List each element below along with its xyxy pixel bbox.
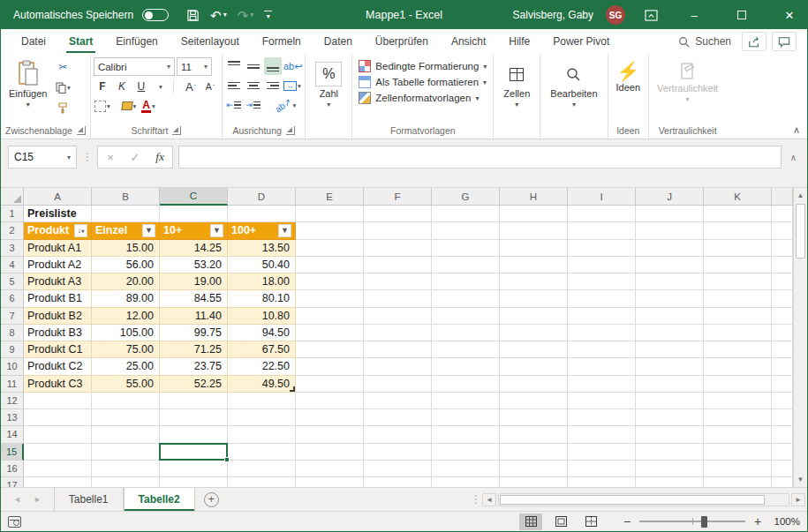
redo-button[interactable]: ↷▾ bbox=[238, 9, 254, 22]
underline-dropdown[interactable]: ▾ bbox=[152, 78, 170, 95]
cell-C3[interactable]: 14.25 bbox=[160, 240, 228, 257]
cell-E9[interactable] bbox=[296, 341, 364, 358]
cell-B7[interactable]: 12.00 bbox=[92, 308, 160, 325]
cell-D6[interactable]: 80.10 bbox=[228, 290, 296, 307]
share-button[interactable] bbox=[742, 32, 766, 51]
vertical-scroll-thumb[interactable] bbox=[796, 204, 805, 259]
ribbon-tab-power-pivot[interactable]: Power Pivot bbox=[541, 29, 621, 54]
cell-G13[interactable] bbox=[432, 409, 500, 426]
cell-D8[interactable]: 94.50 bbox=[228, 325, 296, 341]
cell-A2[interactable]: Produkt↓▾ bbox=[24, 222, 92, 239]
ribbon-display-options-button[interactable] bbox=[638, 10, 664, 21]
cut-button[interactable]: ✂ bbox=[54, 58, 72, 76]
cell-K13[interactable] bbox=[704, 409, 772, 426]
column-header-K[interactable]: K bbox=[704, 188, 772, 206]
cell-J15[interactable] bbox=[636, 444, 704, 461]
conditional-formatting-button[interactable]: Bedingte Formatierung▾ bbox=[359, 60, 487, 72]
cell-H11[interactable] bbox=[500, 376, 568, 393]
cell-F7[interactable] bbox=[364, 308, 432, 325]
cell-J7[interactable] bbox=[636, 308, 704, 325]
cell-B11[interactable]: 55.00 bbox=[92, 376, 160, 393]
cell-K11[interactable] bbox=[704, 376, 772, 393]
cell-J3[interactable] bbox=[636, 240, 704, 257]
cell-E7[interactable] bbox=[296, 308, 364, 325]
zoom-out-button[interactable]: − bbox=[622, 514, 632, 528]
cell-B16[interactable] bbox=[92, 461, 160, 477]
collapse-formula-bar-button[interactable]: ∧ bbox=[787, 153, 800, 162]
merge-center-button[interactable]: ↔▾ bbox=[283, 77, 301, 94]
cell-F13[interactable] bbox=[364, 409, 432, 426]
decrease-indent-button[interactable]: ⇤ bbox=[225, 96, 243, 114]
cell-J10[interactable] bbox=[636, 358, 704, 375]
cell-K17[interactable] bbox=[704, 477, 772, 487]
increase-indent-button[interactable]: ⇥ bbox=[245, 96, 262, 114]
cell-A4[interactable]: Produkt A2 bbox=[24, 257, 92, 273]
cell-J6[interactable] bbox=[636, 290, 704, 307]
cell-G10[interactable] bbox=[432, 358, 500, 375]
column-header-A[interactable]: A bbox=[24, 188, 92, 206]
row-header-7[interactable]: 7 bbox=[1, 308, 24, 325]
cell-B17[interactable] bbox=[92, 477, 160, 487]
cell-F16[interactable] bbox=[364, 461, 432, 477]
ribbon-tab-einfügen[interactable]: Einfügen bbox=[104, 29, 169, 54]
cell-B10[interactable]: 25.00 bbox=[92, 358, 160, 375]
paste-button[interactable]: Einfügen ▾ bbox=[4, 56, 52, 109]
row-header-12[interactable]: 12 bbox=[1, 393, 24, 409]
cell-I8[interactable] bbox=[568, 325, 636, 341]
cell-B9[interactable]: 75.00 bbox=[92, 341, 160, 358]
cell-H8[interactable] bbox=[500, 325, 568, 341]
column-header-G[interactable]: G bbox=[432, 188, 500, 206]
cell-G7[interactable] bbox=[432, 308, 500, 325]
sheet-tab-tabelle2[interactable]: Tabelle2 bbox=[124, 488, 195, 511]
cell-A16[interactable] bbox=[24, 461, 92, 477]
cell-I2[interactable] bbox=[568, 222, 636, 239]
cell-G16[interactable] bbox=[432, 461, 500, 477]
row-header-2[interactable]: 2 bbox=[1, 222, 24, 239]
copy-button[interactable]: ▾ bbox=[54, 79, 72, 96]
cell-K6[interactable] bbox=[704, 290, 772, 307]
cell-F4[interactable] bbox=[364, 257, 432, 273]
sensitivity-button[interactable]: Vertraulichkeit ▾ bbox=[652, 56, 723, 103]
cell-I13[interactable] bbox=[568, 409, 636, 426]
cell-D15[interactable] bbox=[228, 444, 296, 461]
cell-K8[interactable] bbox=[704, 325, 772, 341]
cell-F6[interactable] bbox=[364, 290, 432, 307]
cell-B12[interactable] bbox=[92, 393, 160, 409]
scroll-up-button[interactable]: ▲ bbox=[794, 188, 807, 203]
row-header-10[interactable]: 10 bbox=[1, 358, 24, 375]
cell-A8[interactable]: Produkt B3 bbox=[24, 325, 92, 341]
zoom-slider[interactable] bbox=[639, 521, 745, 522]
cell-J17[interactable] bbox=[636, 477, 704, 487]
cell-B4[interactable]: 56.00 bbox=[92, 257, 160, 273]
cell-J13[interactable] bbox=[636, 409, 704, 426]
filter-button[interactable]: ▼ bbox=[210, 224, 223, 237]
cell-H16[interactable] bbox=[500, 461, 568, 477]
cell-C2[interactable]: 10+▼ bbox=[160, 222, 228, 239]
cell-D12[interactable] bbox=[228, 393, 296, 409]
cell-E10[interactable] bbox=[296, 358, 364, 375]
cell-J5[interactable] bbox=[636, 273, 704, 290]
ribbon-tab-überprüfen[interactable]: Überprüfen bbox=[364, 29, 440, 54]
cell-A7[interactable]: Produkt B2 bbox=[24, 308, 92, 325]
cell-D5[interactable]: 18.00 bbox=[228, 273, 296, 290]
cell-A10[interactable]: Produkt C2 bbox=[24, 358, 92, 375]
cell-C16[interactable] bbox=[160, 461, 228, 477]
align-middle-button[interactable] bbox=[245, 57, 262, 75]
cell-E3[interactable] bbox=[296, 240, 364, 257]
align-left-button[interactable] bbox=[225, 77, 243, 94]
select-all-button[interactable] bbox=[1, 188, 24, 206]
cell-D11[interactable]: 49.50 bbox=[228, 376, 296, 393]
cell-C11[interactable]: 52.25 bbox=[160, 376, 228, 393]
cell-G3[interactable] bbox=[432, 240, 500, 257]
cell-K1[interactable] bbox=[704, 206, 772, 222]
cell-I16[interactable] bbox=[568, 461, 636, 477]
filter-button[interactable]: ▼ bbox=[142, 224, 155, 237]
cell-partial5[interactable] bbox=[772, 273, 793, 290]
column-header-J[interactable]: J bbox=[636, 188, 704, 206]
cell-D9[interactable]: 67.50 bbox=[228, 341, 296, 358]
row-header-4[interactable]: 4 bbox=[1, 257, 24, 273]
scroll-left-button[interactable]: ◄ bbox=[482, 493, 496, 506]
cell-G11[interactable] bbox=[432, 376, 500, 393]
cell-partial4[interactable] bbox=[772, 257, 793, 273]
cell-A5[interactable]: Produkt A3 bbox=[24, 273, 92, 290]
